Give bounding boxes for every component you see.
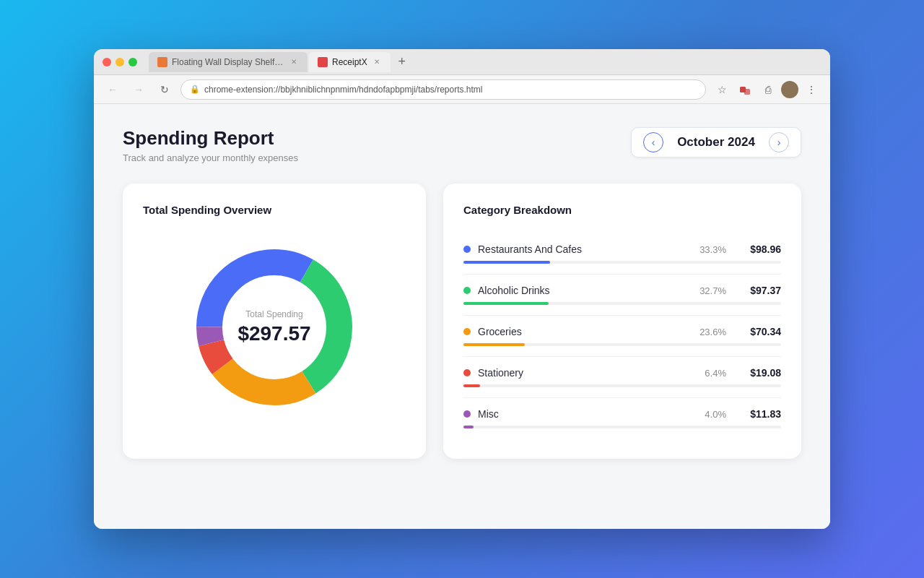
category-bar-fill: [463, 261, 550, 264]
tab-label-receiptiX: ReceiptX: [332, 57, 367, 67]
browser-toolbar: ← → ↻ 🔒 chrome-extension://bbjkhniblichn…: [94, 75, 830, 104]
category-row: Misc 4.0% $11.83: [463, 408, 781, 420]
minimize-button[interactable]: [116, 58, 124, 66]
category-bar-track: [463, 384, 781, 387]
category-bar-fill: [463, 343, 525, 346]
donut-hole: [225, 278, 323, 376]
donut-chart: [180, 233, 368, 421]
cards-row: Total Spending Overview: [123, 184, 801, 459]
category-amount: $97.37: [738, 285, 781, 296]
traffic-lights: [103, 58, 137, 66]
category-amount: $98.96: [738, 243, 781, 255]
tab-other[interactable]: Floating Wall Display Shelf, M... ✕: [149, 52, 308, 72]
page-content: Spending Report Track and analyze your m…: [94, 104, 830, 529]
category-row: Alcoholic Drinks 32.7% $97.37: [463, 285, 781, 296]
address-bar[interactable]: 🔒 chrome-extension://bbjkhniblichnpnmim/…: [180, 79, 706, 100]
category-item: Stationery 6.4% $19.08: [463, 357, 781, 398]
category-pct: 33.3%: [694, 244, 726, 255]
tab-receiptiX[interactable]: ReceiptX ✕: [309, 52, 391, 72]
tab-favicon-receiptiX: [318, 57, 328, 67]
tab-close-other[interactable]: ✕: [289, 57, 299, 67]
month-nav: ‹ October 2024 ›: [631, 127, 801, 158]
category-dot: [463, 287, 471, 294]
category-item: Groceries 23.6% $70.34: [463, 316, 781, 357]
category-item: Restaurants And Cafes 33.3% $98.96: [463, 233, 781, 275]
reload-button[interactable]: ↻: [154, 79, 175, 100]
page-subtitle: Track and analyze your monthly expenses: [123, 152, 298, 163]
category-pct: 4.0%: [694, 409, 726, 420]
category-item: Misc 4.0% $11.83: [463, 398, 781, 439]
category-bar-track: [463, 343, 781, 346]
category-item: Alcoholic Drinks 32.7% $97.37: [463, 275, 781, 316]
next-month-button[interactable]: ›: [769, 132, 789, 152]
category-row: Restaurants And Cafes 33.3% $98.96: [463, 243, 781, 255]
category-amount: $11.83: [738, 408, 781, 420]
overview-card-title: Total Spending Overview: [143, 204, 406, 216]
category-name: Groceries: [478, 326, 694, 337]
page-title-area: Spending Report Track and analyze your m…: [123, 127, 298, 163]
prev-month-button[interactable]: ‹: [643, 132, 663, 152]
back-button[interactable]: ←: [103, 79, 123, 100]
close-button[interactable]: [103, 58, 111, 66]
category-name: Restaurants And Cafes: [478, 243, 694, 255]
new-tab-button[interactable]: +: [392, 52, 412, 72]
maximize-button[interactable]: [128, 58, 137, 66]
page-header: Spending Report Track and analyze your m…: [123, 127, 801, 163]
category-bar-fill: [463, 384, 480, 387]
category-list: Restaurants And Cafes 33.3% $98.96 Alcoh…: [463, 233, 781, 439]
donut-container: Total Spending $297.57: [143, 233, 406, 421]
address-text: chrome-extension://bbjkhniblichnpnmim/hd…: [204, 85, 483, 95]
profile-avatar[interactable]: [781, 81, 798, 98]
browser-titlebar: Floating Wall Display Shelf, M... ✕ Rece…: [94, 49, 830, 75]
forward-button[interactable]: →: [128, 79, 149, 100]
category-bar-fill: [463, 426, 474, 428]
category-name: Stationery: [478, 367, 694, 379]
category-bar-fill: [463, 302, 549, 305]
bookmark-button[interactable]: ☆: [712, 79, 732, 100]
page-title: Spending Report: [123, 127, 298, 150]
category-dot: [463, 246, 471, 253]
address-lock-icon: 🔒: [190, 85, 200, 94]
category-row: Groceries 23.6% $70.34: [463, 326, 781, 337]
tab-label-other: Floating Wall Display Shelf, M...: [172, 57, 284, 67]
category-dot: [463, 328, 471, 335]
category-pct: 32.7%: [694, 285, 726, 296]
menu-button[interactable]: ⋮: [801, 79, 821, 100]
category-pct: 6.4%: [694, 368, 726, 379]
tab-favicon-other: [157, 57, 167, 67]
category-bar-track: [463, 302, 781, 305]
category-bar-track: [463, 261, 781, 264]
category-bar-track: [463, 426, 781, 428]
share-button[interactable]: ⎙: [758, 79, 778, 100]
breakdown-card: Category Breakdown Restaurants And Cafes…: [443, 184, 801, 459]
category-amount: $70.34: [738, 326, 781, 337]
category-row: Stationery 6.4% $19.08: [463, 367, 781, 379]
category-pct: 23.6%: [694, 327, 726, 337]
category-name: Misc: [478, 408, 694, 420]
svg-rect-1: [744, 89, 750, 95]
tab-close-receiptiX[interactable]: ✕: [372, 57, 382, 67]
browser-window: Floating Wall Display Shelf, M... ✕ Rece…: [94, 49, 830, 529]
category-amount: $19.08: [738, 367, 781, 379]
overview-card: Total Spending Overview: [123, 184, 426, 459]
category-name: Alcoholic Drinks: [478, 285, 694, 296]
current-month-label: October 2024: [669, 135, 763, 150]
tab-bar: Floating Wall Display Shelf, M... ✕ Rece…: [149, 52, 821, 72]
category-dot: [463, 410, 471, 418]
extension-button[interactable]: [735, 79, 755, 100]
category-dot: [463, 369, 471, 376]
breakdown-card-title: Category Breakdown: [463, 204, 781, 216]
toolbar-actions: ☆ ⎙ ⋮: [712, 79, 821, 100]
